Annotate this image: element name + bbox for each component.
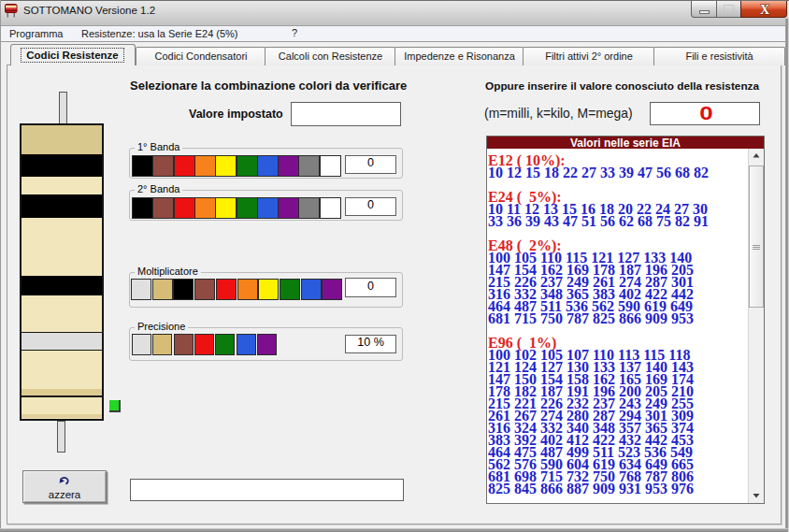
svg-text:X: X	[760, 3, 769, 17]
